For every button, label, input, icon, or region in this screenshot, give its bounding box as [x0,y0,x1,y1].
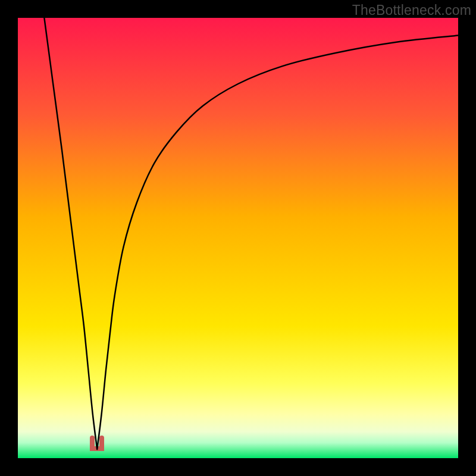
chart-frame: TheBottleneck.com [0,0,476,476]
bottleneck-curve [18,18,458,458]
plot-area [18,18,458,458]
watermark-text: TheBottleneck.com [352,2,471,18]
